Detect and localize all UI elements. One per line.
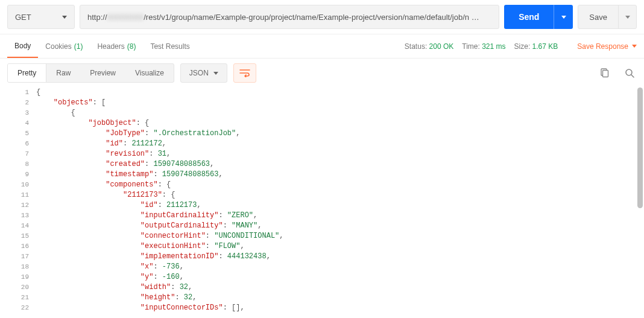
request-bar: GET http://XXXXXXX/rest/v1/group/name/Ex…: [0, 0, 644, 34]
save-dropdown[interactable]: [618, 5, 636, 28]
code-line: "id": 2112173,: [36, 200, 644, 211]
wrap-lines-button[interactable]: [233, 63, 256, 83]
line-number: 15: [0, 231, 29, 241]
method-select[interactable]: GET: [7, 5, 75, 29]
copy-button[interactable]: [597, 66, 611, 80]
size-label-text: Size:: [514, 42, 531, 51]
line-number: 20: [0, 282, 29, 293]
code-line: "implementationID": 444132438,: [36, 252, 644, 262]
code-line: "jobObject": {: [36, 118, 644, 129]
tab-test-results[interactable]: Test Results: [143, 34, 197, 58]
chevron-down-icon: [62, 16, 67, 19]
save-label: Save: [589, 13, 607, 22]
line-number: 2: [0, 98, 29, 108]
code-line: "width": 32,: [36, 282, 644, 293]
scrollbar-thumb[interactable]: [637, 87, 643, 208]
code-line: "executionHint": "FLOW",: [36, 241, 644, 252]
format-select[interactable]: JSON: [180, 63, 227, 83]
send-label: Send: [519, 12, 539, 22]
code-line: "outputCardinality": "MANY",: [36, 221, 644, 231]
size-label: Size: 1.67 KB: [514, 42, 558, 51]
url-input[interactable]: http://XXXXXXX/rest/v1/group/name/Exampl…: [80, 5, 499, 29]
line-number: 9: [0, 170, 29, 180]
tab-body[interactable]: Body: [7, 34, 38, 58]
code-line: "inputCardinality": "ZERO",: [36, 211, 644, 221]
url-blurred: XXXXXXX: [107, 13, 144, 22]
time-label-text: Time:: [462, 42, 480, 51]
code-line: "x": -736,: [36, 262, 644, 272]
code-line: "timestamp": 1590748088563,: [36, 170, 644, 180]
svg-line-3: [631, 75, 634, 77]
line-number: 13: [0, 211, 29, 221]
url-suffix: /rest/v1/group/name/Example-group/projec…: [144, 13, 479, 22]
save-response-label: Save Response: [577, 42, 628, 51]
line-number: 5: [0, 129, 29, 139]
code-line: "inputConnectorIDs": [],: [36, 303, 644, 313]
format-value: JSON: [189, 69, 209, 77]
view-mode-tabs: Pretty Raw Preview Visualize: [7, 63, 174, 83]
line-number-gutter: 12345678910111213141516171819202122: [0, 87, 34, 313]
viewer-bar: Pretty Raw Preview Visualize JSON: [0, 59, 644, 87]
code-line: "revision": 31,: [36, 149, 644, 159]
line-number: 18: [0, 262, 29, 272]
search-icon: [625, 68, 634, 78]
status-label: Status: 200 OK: [405, 42, 453, 51]
chevron-down-icon: [561, 16, 566, 19]
tab-test-results-label: Test Results: [150, 42, 189, 51]
code-line: "y": -160,: [36, 272, 644, 282]
cookies-count: (1): [74, 42, 83, 51]
code-line: "created": 1590748088563,: [36, 159, 644, 170]
view-pretty[interactable]: Pretty: [8, 64, 46, 82]
tab-cookies[interactable]: Cookies (1): [38, 34, 90, 58]
tab-headers-label: Headers: [97, 42, 124, 51]
code-line: {: [36, 87, 644, 98]
send-button[interactable]: Send: [504, 5, 554, 29]
method-value: GET: [15, 13, 31, 22]
code-line: "connectorHint": "UNCONDITIONAL",: [36, 231, 644, 241]
view-visualize[interactable]: Visualize: [125, 64, 174, 82]
view-pretty-label: Pretty: [17, 69, 36, 77]
headers-count: (8): [127, 42, 136, 51]
line-number: 16: [0, 241, 29, 252]
chevron-down-icon: [632, 45, 637, 48]
line-number: 10: [0, 180, 29, 190]
line-number: 11: [0, 190, 29, 200]
tab-headers[interactable]: Headers (8): [90, 34, 143, 58]
line-number: 14: [0, 221, 29, 231]
save-response-button[interactable]: Save Response: [577, 42, 637, 51]
view-preview-label: Preview: [90, 69, 116, 77]
line-number: 17: [0, 252, 29, 262]
line-number: 7: [0, 149, 29, 159]
line-number: 6: [0, 139, 29, 149]
response-tabs: Body Cookies (1) Headers (8) Test Result…: [0, 34, 644, 59]
view-preview[interactable]: Preview: [80, 64, 125, 82]
line-number: 3: [0, 108, 29, 118]
wrap-icon: [239, 69, 250, 77]
line-number: 22: [0, 303, 29, 313]
save-button-group: Save: [578, 5, 637, 29]
status-label-text: Status:: [405, 42, 427, 51]
line-number: 19: [0, 272, 29, 282]
line-number: 8: [0, 159, 29, 170]
send-dropdown[interactable]: [554, 5, 573, 29]
send-button-group: Send: [504, 5, 573, 29]
view-raw-label: Raw: [56, 69, 71, 77]
code-line: "id": 2112172,: [36, 139, 644, 149]
status-group: Status: 200 OK Time: 321 ms Size: 1.67 K…: [405, 42, 637, 51]
line-number: 12: [0, 200, 29, 211]
tab-cookies-label: Cookies: [45, 42, 71, 51]
search-button[interactable]: [622, 66, 637, 80]
code-line: "components": {: [36, 180, 644, 190]
svg-rect-1: [603, 71, 608, 77]
size-value: 1.67 KB: [532, 42, 558, 51]
tab-body-label: Body: [14, 42, 31, 50]
response-body[interactable]: 12345678910111213141516171819202122 { "o…: [0, 87, 644, 313]
code-line: {: [36, 108, 644, 118]
chevron-down-icon: [213, 72, 218, 75]
code-line: "JobType": ".OrchestrationJob",: [36, 129, 644, 139]
status-value: 200 OK: [429, 42, 454, 51]
line-number: 21: [0, 293, 29, 303]
view-raw[interactable]: Raw: [46, 64, 80, 82]
code-line: "objects": [: [36, 98, 644, 108]
save-button[interactable]: Save: [578, 5, 618, 28]
